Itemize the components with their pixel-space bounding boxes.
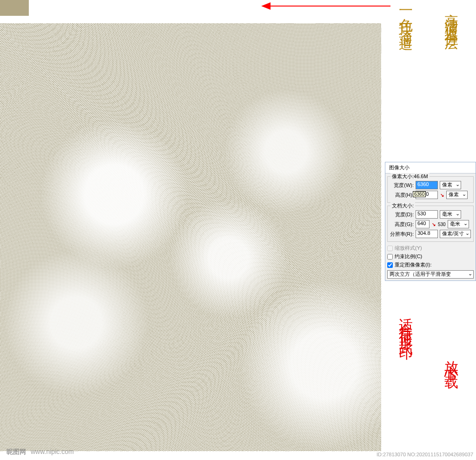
scale-styles-box[interactable] (387, 246, 393, 251)
doc-size-label: 文档大小: (390, 202, 415, 209)
height-px-hint: 6360 (413, 191, 426, 197)
doc-height-label: 高度(G): (390, 221, 414, 228)
watermark-meta: ID:27813070 NO:20201115170042689037 (377, 452, 473, 457)
resolution-label: 分辨率(R): (390, 231, 414, 238)
color-swatch (0, 0, 29, 16)
constrain-label: 约束比例(C) (395, 253, 422, 260)
doc-size-group: 文档大小: 宽度(D): 530 毫米 高度(G): 640 ↘ 530 毫米 … (387, 206, 474, 242)
annotation-red-right: 放心下载 (442, 350, 461, 368)
texture-preview (0, 23, 381, 451)
resample-label: 重定图像像素(I): (395, 261, 431, 268)
width-px-input[interactable]: 6360 (416, 181, 438, 189)
resample-box[interactable] (387, 262, 393, 268)
doc-width-label: 宽度(D): (390, 211, 414, 218)
annotation-gold-left: 一色块一通道 (396, 3, 416, 31)
width-px-label: 宽度(W): (390, 182, 414, 189)
constrain-checkbox[interactable]: 约束比例(C) (387, 253, 474, 260)
link-arrow-icon: ↘ (440, 193, 444, 198)
scale-styles-label: 缩放样式(Y) (395, 245, 422, 252)
watermark-site-url: www.nipic.com (31, 448, 74, 455)
image-size-dialog: 图像大小 像素大小:46.6M 宽度(W): 6360 像素 高度(H): 76… (385, 162, 476, 281)
annotation-gold-right: 高清通道分层 (442, 3, 461, 31)
watermark-left: 昵图网 www.nipic.com (7, 448, 74, 456)
scale-styles-checkbox[interactable]: 缩放样式(Y) (387, 245, 474, 252)
link-arrow-icon-2: ↘ (432, 222, 436, 227)
resample-checkbox[interactable]: 重定图像像素(I): (387, 261, 474, 268)
width-px-unit[interactable]: 像素 (440, 181, 461, 189)
pointer-arrow (270, 6, 390, 7)
doc-height-input[interactable]: 640 (416, 220, 430, 228)
dialog-title: 图像大小 (385, 162, 476, 173)
watermark-site-cn: 昵图网 (7, 448, 26, 456)
height-px-unit[interactable]: 像素 (446, 191, 468, 199)
doc-width-input[interactable]: 530 (416, 210, 438, 219)
pixel-size-label: 像素大小:46.6M (390, 173, 430, 180)
doc-width-unit[interactable]: 毫米 (440, 210, 461, 219)
height-px-label: 高度(H): (390, 192, 414, 199)
constrain-box[interactable] (387, 254, 393, 260)
resolution-input[interactable]: 304.8 (416, 230, 438, 238)
resolution-unit[interactable]: 像素/英寸 (440, 230, 471, 238)
doc-height-hint: 530 (438, 222, 446, 227)
resample-method-select[interactable]: 两次立方（适用于平滑渐变 (387, 270, 474, 279)
doc-height-unit[interactable]: 毫米 (448, 220, 469, 228)
pixel-size-group: 像素大小:46.6M 宽度(W): 6360 像素 高度(H): 7680 ↘ … (387, 176, 474, 203)
annotation-red-left: 适合任何形式印 (396, 307, 416, 340)
